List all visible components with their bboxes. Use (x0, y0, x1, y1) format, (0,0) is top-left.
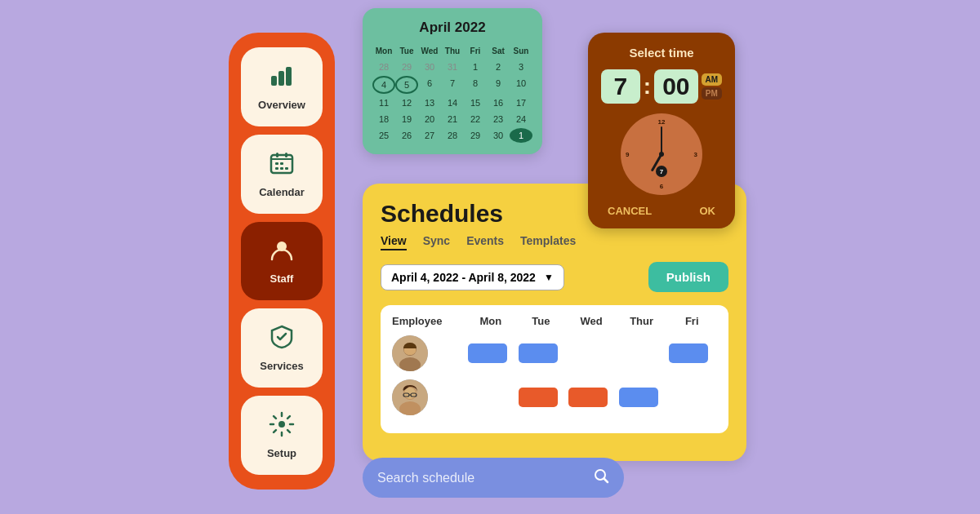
cal-day-10[interactable]: 10 (510, 76, 532, 94)
employee-1-avatar-cell (392, 335, 466, 371)
clock-center-dot (659, 152, 664, 157)
am-button[interactable]: AM (702, 73, 723, 86)
publish-button[interactable]: Publish (648, 262, 728, 292)
time-picker-title: Select time (599, 46, 724, 60)
svg-rect-2 (286, 67, 292, 86)
cal-day-1[interactable]: 1 (464, 60, 487, 74)
sidebar-item-services-label: Services (260, 360, 304, 372)
employee-2-avatar (392, 379, 428, 415)
svg-rect-5 (285, 153, 287, 157)
schedules-toolbar: April 4, 2022 - April 8, 2022 ▼ Publish (381, 262, 728, 292)
clock-face[interactable]: 12 3 6 9 7 (621, 113, 702, 195)
tab-view[interactable]: View (381, 234, 407, 250)
cal-day-17[interactable]: 17 (510, 95, 532, 110)
svg-rect-7 (280, 162, 283, 165)
employee-1-avatar (392, 335, 428, 371)
cal-day-30p[interactable]: 30 (418, 60, 441, 74)
calendar-grid: Mon Tue Wed Thu Fri Sat Sun 28 29 30 31 … (372, 44, 532, 143)
cal-day-18[interactable]: 18 (372, 112, 395, 126)
sidebar-item-services[interactable]: Services (241, 308, 323, 388)
services-icon (269, 324, 295, 356)
svg-point-12 (278, 421, 285, 428)
search-input[interactable] (377, 471, 585, 485)
cal-day-26[interactable]: 26 (395, 128, 418, 143)
cal-header-thu: Thu (441, 44, 464, 58)
cal-day-15[interactable]: 15 (464, 95, 487, 110)
shift-block-blue (468, 343, 507, 363)
tab-events[interactable]: Events (466, 234, 504, 250)
dropdown-chevron-icon: ▼ (544, 272, 554, 283)
pm-button[interactable]: PM (702, 87, 723, 100)
overview-icon (269, 63, 295, 95)
cal-day-22[interactable]: 22 (464, 112, 487, 126)
svg-rect-9 (280, 167, 283, 170)
sidebar-item-setup[interactable]: Setup (241, 396, 323, 475)
shift-block-blue (519, 343, 558, 363)
employee-2-avatar-cell (392, 379, 466, 415)
col-header-wed: Wed (566, 315, 617, 327)
time-minute[interactable]: 00 (654, 69, 697, 104)
col-header-fri: Fri (666, 315, 717, 327)
shift-block-orange (568, 388, 608, 407)
time-hour[interactable]: 7 (601, 69, 640, 104)
sidebar-item-staff[interactable]: Staff (241, 222, 323, 301)
cal-day-8[interactable]: 8 (464, 76, 487, 94)
cal-day-6[interactable]: 6 (418, 76, 441, 94)
sidebar-item-calendar-label: Calendar (259, 186, 305, 198)
cal-header-wed: Wed (418, 44, 441, 58)
cal-day-28p[interactable]: 28 (372, 60, 395, 74)
date-range-dropdown[interactable]: April 4, 2022 - April 8, 2022 ▼ (381, 264, 564, 290)
cal-day-12[interactable]: 12 (395, 95, 418, 110)
cal-day-5[interactable]: 5 (395, 76, 418, 94)
sidebar-item-overview[interactable]: Overview (241, 47, 323, 126)
cal-day-29p[interactable]: 29 (395, 60, 418, 74)
tab-templates[interactable]: Templates (520, 234, 576, 250)
cal-day-23[interactable]: 23 (487, 112, 510, 126)
sidebar-item-overview-label: Overview (258, 99, 305, 111)
svg-rect-8 (275, 167, 278, 170)
time-ok-button[interactable]: OK (700, 205, 716, 217)
cal-day-16[interactable]: 16 (487, 95, 510, 110)
cal-day-24[interactable]: 24 (510, 112, 532, 126)
svg-rect-0 (271, 76, 277, 86)
col-header-thur: Thur (617, 315, 667, 327)
sidebar-item-calendar[interactable]: Calendar (241, 135, 323, 214)
cal-day-19[interactable]: 19 (395, 112, 418, 126)
time-actions: CANCEL OK (599, 205, 724, 217)
search-icon (593, 467, 609, 488)
cal-day-29[interactable]: 29 (464, 128, 487, 143)
cal-day-3[interactable]: 3 (510, 60, 532, 74)
cal-day-30[interactable]: 30 (487, 128, 510, 143)
calendar-weekday-row: Mon Tue Wed Thu Fri Sat Sun (372, 44, 532, 58)
cal-day-31p[interactable]: 31 (441, 60, 464, 74)
cal-day-14[interactable]: 14 (441, 95, 464, 110)
cal-day-4[interactable]: 4 (372, 76, 395, 94)
svg-rect-6 (275, 162, 278, 165)
col-header-employee: Employee (392, 315, 466, 327)
time-picker: Select time 7 : 00 AM PM 12 3 6 9 7 CANC… (588, 33, 735, 228)
cal-day-13[interactable]: 13 (418, 95, 441, 110)
cal-day-28[interactable]: 28 (441, 128, 464, 143)
time-cancel-button[interactable]: CANCEL (608, 205, 652, 217)
cal-day-7[interactable]: 7 (441, 76, 464, 94)
staff-icon (269, 237, 295, 268)
cal-day-9[interactable]: 9 (487, 76, 510, 94)
cal-day-20[interactable]: 20 (418, 112, 441, 126)
sidebar: Overview Calendar Staff (229, 33, 335, 490)
emp1-tue-shift (516, 342, 567, 365)
cal-day-1-next[interactable]: 1 (510, 128, 532, 143)
clock-tick-12: 12 (658, 118, 666, 126)
setup-icon (269, 411, 295, 443)
shift-block-orange (519, 388, 558, 407)
ampm-block: AM PM (702, 73, 723, 100)
cal-day-2[interactable]: 2 (487, 60, 510, 74)
shift-block-blue (619, 388, 658, 407)
clock-7-marker: 7 (656, 166, 667, 177)
cal-day-11[interactable]: 11 (372, 95, 395, 110)
clock-hand-minute (661, 126, 662, 154)
cal-day-27[interactable]: 27 (418, 128, 441, 143)
tab-sync[interactable]: Sync (423, 234, 450, 250)
cal-day-21[interactable]: 21 (441, 112, 464, 126)
sidebar-item-setup-label: Setup (267, 447, 296, 459)
cal-day-25[interactable]: 25 (372, 128, 395, 143)
